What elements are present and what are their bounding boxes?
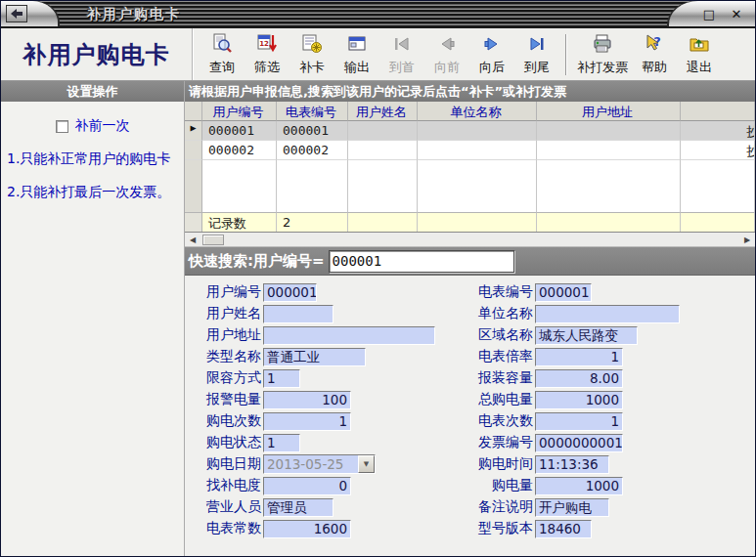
table-cell[interactable]: 000001 bbox=[277, 121, 348, 141]
field-value[interactable]: 普通工业 bbox=[263, 348, 366, 366]
summary-cell bbox=[537, 212, 681, 232]
instruction-bar: 请根据用户申报信息,搜索到该用户的记录后点击“补卡”或补打发票 bbox=[185, 81, 755, 102]
field-value[interactable]: 11:13:36 bbox=[535, 455, 609, 474]
field-value[interactable]: 城东人民路变 bbox=[535, 326, 638, 345]
toolbar-button-filter[interactable]: 12筛选 bbox=[245, 31, 289, 78]
field-label: 电表倍率 bbox=[470, 348, 533, 365]
toolbar-button-prev: 向前 bbox=[425, 31, 468, 78]
field-label: 电表常数 bbox=[199, 520, 261, 537]
column-header[interactable]: 用户姓名 bbox=[348, 102, 418, 121]
table-empty-area bbox=[185, 160, 755, 212]
field-label: 电表次数 bbox=[470, 412, 533, 430]
field-value[interactable] bbox=[263, 305, 334, 323]
field-value[interactable]: 1 bbox=[535, 348, 623, 366]
field-value[interactable]: 100 bbox=[263, 391, 351, 409]
column-header[interactable]: 用户地址 bbox=[537, 102, 681, 121]
date-combobox[interactable]: 2013-05-25▼ bbox=[263, 454, 376, 474]
form-column-left: 用户编号000001用户姓名用户地址类型名称普通工业限容方式1报警电量100购电… bbox=[199, 282, 470, 556]
form-row: 用户地址 bbox=[199, 325, 470, 345]
app-window: 补用户购电卡 □ ✕ 补用户购电卡 查询12筛选补卡输出到首向前向后到尾补打发票… bbox=[0, 0, 756, 557]
field-value[interactable]: 开户购电 bbox=[535, 498, 609, 517]
toolbar-button-label: 补卡 bbox=[299, 59, 325, 76]
table-cell[interactable] bbox=[418, 141, 537, 160]
row-marker: ▶ bbox=[185, 121, 202, 141]
column-header[interactable]: 用户编号 bbox=[202, 102, 277, 121]
form-row: 备注说明开户购电 bbox=[470, 497, 755, 517]
sidebar-note-2: 2.只能补打最后一次发票。 bbox=[7, 184, 180, 201]
table-row[interactable]: ▶000001000001抄 bbox=[185, 121, 755, 141]
field-value[interactable]: 0 bbox=[263, 477, 351, 495]
field-value[interactable]: 1 bbox=[263, 434, 300, 452]
field-value[interactable]: 1000 bbox=[535, 391, 623, 409]
toolbar-button-last[interactable]: 到尾 bbox=[515, 31, 558, 78]
field-label: 发票编号 bbox=[470, 434, 533, 451]
field-value[interactable]: 1 bbox=[263, 369, 300, 388]
quick-search-input[interactable] bbox=[329, 250, 514, 273]
row-marker bbox=[185, 141, 202, 160]
field-value[interactable]: 1000 bbox=[535, 477, 623, 495]
form-column-right: 电表编号000001单位名称区域名称城东人民路变电表倍率1报装容量8.00总购电… bbox=[470, 282, 755, 556]
table-cell bbox=[418, 160, 537, 212]
field-value[interactable]: 1 bbox=[263, 412, 351, 431]
field-value[interactable]: 0000000001 bbox=[535, 434, 623, 452]
field-value[interactable]: 18460 bbox=[535, 520, 592, 538]
maximize-button[interactable]: □ bbox=[700, 6, 718, 21]
table-row[interactable]: 000002000002抄 bbox=[185, 141, 755, 160]
window-title: 补用户购电卡 bbox=[87, 6, 181, 23]
close-button[interactable]: ✕ bbox=[728, 6, 745, 21]
field-value: 2013-05-25 bbox=[264, 455, 358, 473]
toolbar-button-help[interactable]: ?帮助 bbox=[633, 31, 676, 78]
scrollbar-thumb[interactable] bbox=[202, 235, 224, 245]
card-icon bbox=[301, 33, 323, 58]
dropdown-arrow-icon[interactable]: ▼ bbox=[358, 455, 375, 473]
form-row: 购电状态1 bbox=[199, 433, 470, 452]
row-marker bbox=[185, 212, 202, 232]
scroll-left-icon[interactable]: ◀ bbox=[185, 234, 200, 246]
record-count-label: 记录数 bbox=[202, 212, 277, 232]
table-cell[interactable] bbox=[537, 121, 681, 141]
toolbar-button-label: 补打发票 bbox=[577, 59, 628, 76]
search-icon bbox=[211, 33, 233, 58]
table-cell[interactable]: 000002 bbox=[202, 141, 277, 160]
toolbar-button-label: 查询 bbox=[209, 59, 235, 76]
field-value[interactable]: 管理员 bbox=[263, 498, 334, 517]
field-value[interactable]: 1 bbox=[535, 412, 623, 431]
column-header[interactable]: 单位名称 bbox=[418, 102, 537, 121]
field-label: 报警电量 bbox=[199, 391, 261, 408]
table-cell[interactable]: 000002 bbox=[277, 141, 348, 160]
toolbar-button-label: 到首 bbox=[389, 59, 415, 76]
field-value[interactable] bbox=[263, 326, 435, 345]
table-cell[interactable] bbox=[348, 121, 418, 141]
field-value[interactable]: 000001 bbox=[535, 283, 592, 302]
prev-icon bbox=[436, 33, 458, 58]
page-title: 补用户购电卡 bbox=[1, 28, 193, 80]
table-cell bbox=[277, 160, 348, 212]
toolbar-button-next[interactable]: 向后 bbox=[470, 31, 513, 78]
checkbox-icon[interactable] bbox=[56, 120, 68, 133]
quick-search-bar: 快速搜索:用户编号= bbox=[185, 247, 755, 276]
scroll-right-icon[interactable]: ▶ bbox=[739, 234, 755, 246]
toolbar-button-first: 到首 bbox=[380, 31, 423, 78]
toolbar-button-card[interactable]: 补卡 bbox=[290, 31, 334, 78]
table-cell bbox=[348, 160, 418, 212]
toolbar-button-output[interactable]: 输出 bbox=[335, 31, 378, 78]
column-header[interactable]: 电表编号 bbox=[277, 102, 348, 121]
field-value[interactable]: 8.00 bbox=[535, 369, 623, 388]
horizontal-scrollbar[interactable]: ◀ ▶ bbox=[185, 233, 755, 247]
field-label: 购电量 bbox=[470, 477, 533, 494]
form-row: 电表次数1 bbox=[470, 411, 755, 431]
field-value[interactable]: 1600 bbox=[263, 520, 351, 538]
table-cell[interactable] bbox=[348, 141, 418, 160]
table-cell[interactable] bbox=[537, 141, 681, 160]
records-table: 用户编号电表编号用户姓名单位名称用户地址▶000001000001抄000002… bbox=[185, 102, 755, 233]
field-value[interactable] bbox=[535, 305, 680, 323]
field-value[interactable]: 000001 bbox=[263, 283, 317, 302]
first-icon bbox=[391, 33, 413, 58]
toolbar-button-exit[interactable]: 退出 bbox=[678, 31, 721, 78]
toolbar-button-search[interactable]: 查询 bbox=[200, 31, 244, 78]
field-label: 限容方式 bbox=[199, 369, 261, 387]
table-cell[interactable] bbox=[418, 121, 537, 141]
redo-previous-checkbox-row[interactable]: 补前一次 bbox=[56, 117, 130, 135]
table-cell[interactable]: 000001 bbox=[202, 121, 277, 141]
toolbar-button-invoice[interactable]: 补打发票 bbox=[574, 31, 631, 78]
